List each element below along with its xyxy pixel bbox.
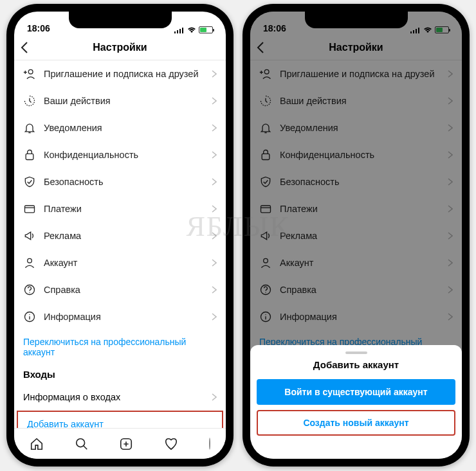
svg-point-13 <box>29 292 30 293</box>
chevron-right-icon <box>212 313 217 321</box>
settings-row-info[interactable]: Информация <box>14 303 226 330</box>
activity-icon <box>23 94 40 107</box>
status-time: 18:06 <box>27 23 50 33</box>
settings-row-label: Уведомления <box>40 123 212 133</box>
heart-icon <box>164 437 178 451</box>
shield-icon <box>23 175 40 188</box>
tab-profile[interactable] <box>209 438 210 450</box>
settings-row-activity[interactable]: Ваши действия <box>14 87 226 114</box>
action-sheet: Добавить аккаунт Войти в существующий ак… <box>250 345 462 459</box>
add-friend-icon <box>23 67 40 80</box>
tab-bar <box>14 428 226 459</box>
logins-info-label: Информация о входах <box>23 392 120 402</box>
settings-row-label: Конфиденциальность <box>40 150 212 160</box>
svg-rect-1 <box>177 30 178 33</box>
status-indicators <box>174 26 213 33</box>
logins-info-row[interactable]: Информация о входах <box>14 384 226 411</box>
search-icon <box>75 437 89 451</box>
settings-row-help[interactable]: Справка <box>14 276 226 303</box>
plus-box-icon <box>119 437 133 451</box>
svg-rect-0 <box>174 31 176 33</box>
login-existing-button[interactable]: Войти в существующий аккаунт <box>257 379 455 405</box>
create-new-label: Создать новый аккаунт <box>303 418 408 428</box>
settings-row-label: Ваши действия <box>40 96 212 106</box>
chevron-right-icon <box>212 393 217 401</box>
settings-row-label: Справка <box>40 285 212 295</box>
svg-point-17 <box>76 438 84 447</box>
settings-row-label: Приглашение и подписка на друзей <box>40 69 212 79</box>
chevron-right-icon <box>212 286 217 294</box>
settings-row-megaphone[interactable]: Реклама <box>14 222 226 249</box>
svg-line-18 <box>83 445 87 449</box>
settings-row-add-friend[interactable]: Приглашение и подписка на друзей <box>14 60 226 87</box>
sheet-title: Добавить аккаунт <box>257 359 455 370</box>
settings-row-label: Реклама <box>40 231 212 241</box>
chevron-right-icon <box>212 178 217 186</box>
chevron-right-icon <box>212 70 217 78</box>
card-icon <box>23 202 40 215</box>
svg-rect-3 <box>182 28 183 33</box>
chevron-right-icon <box>212 205 217 213</box>
back-button[interactable] <box>21 42 28 53</box>
settings-row-shield[interactable]: Безопасность <box>14 168 226 195</box>
home-icon <box>30 437 44 451</box>
tab-search[interactable] <box>75 437 89 451</box>
signal-icon <box>174 27 185 33</box>
user-icon <box>23 256 40 269</box>
settings-row-bell[interactable]: Уведомления <box>14 114 226 141</box>
screen-right: 18:06 Настройки Приглашение и подписка н… <box>250 12 462 459</box>
settings-row-label: Безопасность <box>40 177 212 187</box>
megaphone-icon <box>23 229 40 242</box>
svg-point-11 <box>28 258 32 263</box>
help-icon <box>23 283 40 296</box>
sheet-grabber[interactable] <box>345 351 367 354</box>
phone-left: 18:06 Настройки Приглашение и подписка н… <box>6 4 233 467</box>
avatar <box>209 438 210 450</box>
logins-section-title: Входы <box>14 364 226 384</box>
settings-list[interactable]: Приглашение и подписка на друзейВаши дей… <box>14 60 226 330</box>
settings-row-label: Платежи <box>40 204 212 214</box>
svg-point-15 <box>29 314 30 315</box>
login-existing-label: Войти в существующий аккаунт <box>284 387 427 397</box>
battery-icon <box>199 26 213 33</box>
bell-icon <box>23 121 40 134</box>
header: Настройки <box>14 35 226 60</box>
info-icon <box>23 310 40 323</box>
settings-row-lock[interactable]: Конфиденциальность <box>14 141 226 168</box>
tab-home[interactable] <box>30 437 44 451</box>
svg-point-4 <box>28 69 33 74</box>
svg-rect-9 <box>25 206 35 213</box>
tab-create[interactable] <box>119 437 133 451</box>
chevron-right-icon <box>212 124 217 132</box>
notch <box>305 12 408 28</box>
phone-right: 18:06 Настройки Приглашение и подписка н… <box>243 4 470 467</box>
create-new-button[interactable]: Создать новый аккаунт <box>257 410 455 436</box>
chevron-right-icon <box>212 232 217 240</box>
chevron-right-icon <box>212 97 217 105</box>
svg-rect-2 <box>179 29 181 33</box>
chevron-left-icon <box>21 42 28 53</box>
page-title: Настройки <box>14 42 226 53</box>
settings-row-user[interactable]: Аккаунт <box>14 249 226 276</box>
settings-row-label: Аккаунт <box>40 258 212 268</box>
screen-left: 18:06 Настройки Приглашение и подписка н… <box>14 12 226 459</box>
chevron-right-icon <box>212 151 217 159</box>
switch-professional-link[interactable]: Переключиться на профессиональный аккаун… <box>14 330 226 364</box>
chevron-right-icon <box>212 259 217 267</box>
wifi-icon <box>187 27 196 33</box>
settings-row-card[interactable]: Платежи <box>14 195 226 222</box>
svg-rect-8 <box>26 154 33 159</box>
settings-row-label: Информация <box>40 312 212 322</box>
notch <box>69 12 172 28</box>
lock-icon <box>23 148 40 161</box>
tab-likes[interactable] <box>164 437 178 451</box>
